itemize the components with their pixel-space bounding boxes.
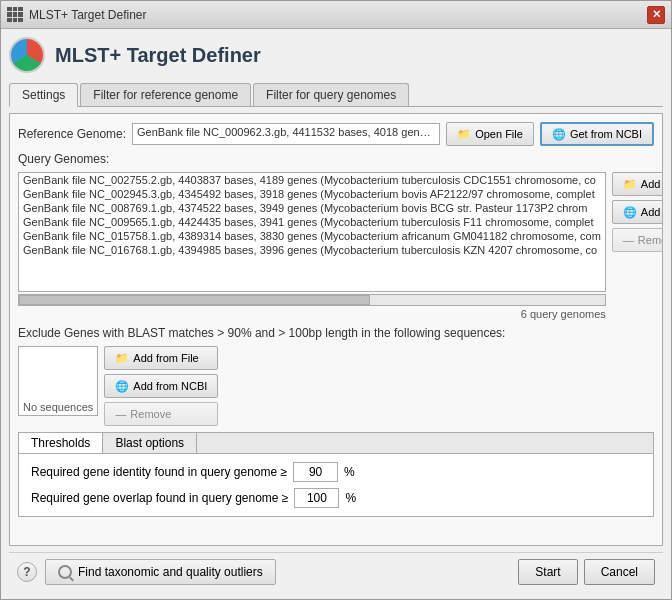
query-count: 6 query genomes [18,308,606,320]
list-item: GenBank file NC_009565.1.gb, 4424435 bas… [19,215,605,229]
scrollbar-thumb [19,295,370,305]
find-outliers-button[interactable]: Find taxonomic and quality outliers [45,559,276,585]
remove-exclude-button[interactable]: — Remove [104,402,218,426]
query-list-left: GenBank file NC_002755.2.gb, 4403837 bas… [18,172,606,320]
reference-genome-row: Reference Genome: GenBank file NC_000962… [18,122,654,146]
exclude-side-buttons: 📁 Add from File 🌐 Add from NCBI — Remove [104,346,218,426]
main-window: MLST+ Target Definer ✕ MLST+ Target Defi… [0,0,672,600]
folder-icon-2: 📁 [623,178,637,191]
tab-filter-query[interactable]: Filter for query genomes [253,83,409,106]
list-item: GenBank file NC_016768.1.gb, 4394985 bas… [19,243,605,257]
find-outliers-label: Find taxonomic and quality outliers [78,565,263,579]
exclude-add-from-ncbi-label: Add from NCBI [133,380,207,392]
query-list-section: GenBank file NC_002755.2.gb, 4403837 bas… [18,172,654,320]
no-sequences-label: No sequences [23,401,93,413]
identity-input[interactable] [293,462,338,482]
remove-query-button[interactable]: — Remove [612,228,663,252]
cloud-icon-3: 🌐 [115,380,129,393]
get-from-ncbi-button[interactable]: 🌐 Get from NCBI [540,122,654,146]
exclude-add-from-ncbi-button[interactable]: 🌐 Add from NCBI [104,374,218,398]
reference-genome-field[interactable]: GenBank file NC_000962.3.gb, 4411532 bas… [132,123,440,145]
tabs-bar: Settings Filter for reference genome Fil… [9,83,663,107]
list-item: GenBank file NC_002945.3.gb, 4345492 bas… [19,187,605,201]
tab-filter-reference[interactable]: Filter for reference genome [80,83,251,106]
exclude-add-from-file-label: Add from File [133,352,198,364]
window-title: MLST+ Target Definer [29,8,147,22]
folder-icon-3: 📁 [115,352,129,365]
thresholds-section: Thresholds Blast options Required gene i… [18,432,654,517]
overlap-label: Required gene overlap found in query gen… [31,491,288,505]
get-from-ncbi-label: Get from NCBI [570,128,642,140]
list-item: GenBank file NC_002755.2.gb, 4403837 bas… [19,173,605,187]
remove-exclude-label: Remove [130,408,171,420]
app-logo [9,37,45,73]
query-side-buttons: 📁 Add from File 🌐 Add from NCBI — Remove [612,172,663,320]
reference-genome-label: Reference Genome: [18,127,126,141]
add-from-ncbi-button[interactable]: 🌐 Add from NCBI [612,200,663,224]
bottom-left: ? Find taxonomic and quality outliers [17,559,276,585]
list-item: GenBank file NC_015758.1.gb, 4389314 bas… [19,229,605,243]
add-from-file-label: Add from File [641,178,663,190]
exclude-section: Exclude Genes with BLAST matches > 90% a… [18,326,654,340]
minus-icon-2: — [115,408,126,420]
exclude-add-from-file-button[interactable]: 📁 Add from File [104,346,218,370]
query-genomes-section: Query Genomes: [18,152,654,166]
app-icon [7,7,23,23]
main-panel: Reference Genome: GenBank file NC_000962… [9,113,663,546]
list-item: GenBank file NC_008769.1.gb, 4374522 bas… [19,201,605,215]
open-file-label: Open File [475,128,523,140]
title-bar: MLST+ Target Definer ✕ [1,1,671,29]
close-button[interactable]: ✕ [647,6,665,24]
horizontal-scrollbar[interactable] [18,294,606,306]
overlap-input[interactable] [294,488,339,508]
identity-unit: % [344,465,355,479]
add-from-file-button[interactable]: 📁 Add from File [612,172,663,196]
query-genomes-label: Query Genomes: [18,152,109,166]
overlap-unit: % [345,491,356,505]
help-button[interactable]: ? [17,562,37,582]
cloud-icon-2: 🌐 [623,206,637,219]
add-from-ncbi-label: Add from NCBI [641,206,663,218]
exclude-list[interactable]: No sequences [18,346,98,416]
search-icon [58,565,72,579]
tab-thresholds[interactable]: Thresholds [19,433,103,453]
bottom-right: Start Cancel [518,559,655,585]
folder-icon: 📁 [457,128,471,141]
exclude-label: Exclude Genes with BLAST matches > 90% a… [18,326,505,340]
identity-label: Required gene identity found in query ge… [31,465,287,479]
exclude-list-section: No sequences 📁 Add from File 🌐 Add from … [18,346,654,426]
tab-settings[interactable]: Settings [9,83,78,107]
bottom-bar: ? Find taxonomic and quality outliers St… [9,552,663,591]
minus-icon: — [623,234,634,246]
start-button[interactable]: Start [518,559,577,585]
query-genomes-list[interactable]: GenBank file NC_002755.2.gb, 4403837 bas… [18,172,606,292]
tab-blast-options[interactable]: Blast options [103,433,197,453]
content-area: MLST+ Target Definer Settings Filter for… [1,29,671,599]
cloud-icon: 🌐 [552,128,566,141]
open-file-button[interactable]: 📁 Open File [446,122,534,146]
app-header: MLST+ Target Definer [9,37,663,77]
cancel-button[interactable]: Cancel [584,559,655,585]
overlap-row: Required gene overlap found in query gen… [31,488,641,508]
remove-label: Remove [638,234,663,246]
thresholds-tabs: Thresholds Blast options [19,433,653,454]
identity-row: Required gene identity found in query ge… [31,462,641,482]
app-title: MLST+ Target Definer [55,44,261,67]
title-bar-left: MLST+ Target Definer [7,7,147,23]
thresholds-content: Required gene identity found in query ge… [19,454,653,516]
